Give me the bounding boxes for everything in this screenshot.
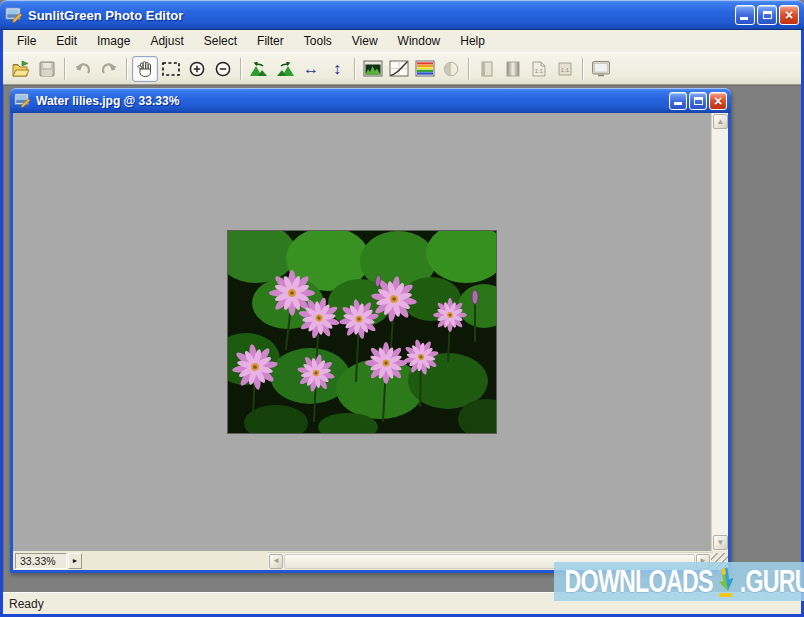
- rotate-right-button[interactable]: [272, 56, 298, 82]
- fullscreen-monitor-icon: [591, 60, 611, 78]
- zoom-in-button[interactable]: [184, 56, 210, 82]
- arrow-down-icon: ▼: [717, 539, 725, 547]
- toolbar-separator: [240, 58, 242, 80]
- mdi-workspace: Water lilies.jpg @ 33.33% ×: [3, 85, 801, 592]
- menu-bar: File Edit Image Adjust Select Filter Too…: [3, 30, 801, 53]
- fullscreen-button[interactable]: [588, 56, 614, 82]
- print-size-icon: 1:1: [556, 60, 574, 78]
- zoom-out-button[interactable]: [210, 56, 236, 82]
- menu-select[interactable]: Select: [194, 31, 247, 51]
- open-folder-icon: [11, 60, 31, 78]
- flip-horizontal-button[interactable]: ↔: [298, 56, 324, 82]
- maximize-button[interactable]: [757, 5, 777, 25]
- toolbar-separator: [126, 58, 128, 80]
- marquee-select-icon: [161, 61, 181, 77]
- status-text: Ready: [9, 597, 44, 611]
- toolbar-separator: [64, 58, 66, 80]
- menu-adjust[interactable]: Adjust: [140, 31, 193, 51]
- play-icon: ►: [72, 557, 79, 564]
- watermark-text-right: .GURU: [740, 566, 804, 597]
- maximize-icon: [763, 11, 772, 19]
- document-icon: [14, 93, 31, 108]
- hand-pan-icon: [135, 59, 155, 79]
- toolbar-separator: [354, 58, 356, 80]
- actual-size-icon: 1:1: [530, 60, 548, 78]
- fit-window-icon: [504, 60, 522, 78]
- app-window: SunlitGreen Photo Editor × File Edit Ima…: [0, 0, 804, 617]
- redo-button[interactable]: [96, 56, 122, 82]
- menu-edit[interactable]: Edit: [46, 31, 87, 51]
- histogram-icon: [363, 60, 383, 77]
- document-close-button[interactable]: ×: [709, 92, 727, 110]
- fit-width-button[interactable]: [474, 56, 500, 82]
- toolbar-separator: [582, 58, 584, 80]
- menu-tools[interactable]: Tools: [294, 31, 342, 51]
- save-floppy-icon: [38, 60, 56, 78]
- fit-width-icon: [478, 60, 496, 78]
- document-title-bar[interactable]: Water lilies.jpg @ 33.33% ×: [10, 88, 731, 113]
- document-minimize-button[interactable]: [669, 92, 687, 110]
- zoom-in-icon: [187, 59, 207, 79]
- close-button[interactable]: ×: [779, 5, 799, 25]
- select-tool-button[interactable]: [158, 56, 184, 82]
- menu-file[interactable]: File: [7, 31, 46, 51]
- menu-image[interactable]: Image: [87, 31, 140, 51]
- contrast-icon: [442, 60, 460, 78]
- download-arrow-icon: [715, 566, 738, 598]
- flip-vertical-button[interactable]: ↕: [324, 56, 350, 82]
- menu-window[interactable]: Window: [388, 31, 451, 51]
- minimize-icon: [674, 102, 682, 105]
- fit-window-button[interactable]: [500, 56, 526, 82]
- window-title: SunlitGreen Photo Editor: [28, 8, 733, 23]
- title-bar[interactable]: SunlitGreen Photo Editor ×: [0, 0, 804, 30]
- app-icon: [5, 7, 23, 23]
- arrow-left-icon: ◄: [272, 557, 280, 565]
- rotate-left-button[interactable]: [246, 56, 272, 82]
- watermark-row: DOWNLOADS .GURU: [554, 566, 804, 598]
- flip-horizontal-icon: ↔: [303, 61, 319, 77]
- toolbar-separator: [468, 58, 470, 80]
- color-balance-icon: [415, 60, 435, 77]
- rotate-left-icon: [249, 61, 269, 77]
- toolbar: ↔ ↕: [3, 53, 801, 85]
- close-icon: ×: [785, 8, 793, 22]
- color-balance-button[interactable]: [412, 56, 438, 82]
- svg-text:1:1: 1:1: [535, 68, 544, 74]
- undo-button[interactable]: [70, 56, 96, 82]
- window-chrome: File Edit Image Adjust Select Filter Too…: [3, 30, 801, 614]
- scroll-down-button[interactable]: ▼: [713, 535, 728, 550]
- close-icon: ×: [714, 94, 722, 108]
- scroll-left-button[interactable]: ◄: [269, 554, 283, 569]
- document-body: ▲ ▼: [13, 113, 728, 551]
- save-button[interactable]: [34, 56, 60, 82]
- minimize-icon: [740, 17, 748, 20]
- zoom-out-icon: [213, 59, 233, 79]
- minimize-button[interactable]: [735, 5, 755, 25]
- undo-icon: [73, 60, 93, 78]
- arrow-up-icon: ▲: [717, 118, 725, 126]
- brightness-contrast-button[interactable]: [438, 56, 464, 82]
- maximize-icon: [694, 97, 703, 105]
- document-maximize-button[interactable]: [689, 92, 707, 110]
- zoom-dropdown-button[interactable]: ►: [68, 553, 82, 569]
- histogram-button[interactable]: [360, 56, 386, 82]
- zoom-level-indicator: 33.33%: [15, 553, 67, 569]
- curves-button[interactable]: [386, 56, 412, 82]
- actual-size-button[interactable]: 1:1: [526, 56, 552, 82]
- menu-view[interactable]: View: [342, 31, 388, 51]
- hand-tool-button[interactable]: [132, 56, 158, 82]
- open-button[interactable]: [8, 56, 34, 82]
- status-spacer: [82, 552, 268, 569]
- watermark-banner: DOWNLOADS .GURU: [554, 562, 804, 601]
- print-size-button[interactable]: 1:1: [552, 56, 578, 82]
- svg-text:1:1: 1:1: [561, 67, 570, 73]
- curves-icon: [389, 60, 409, 77]
- scroll-up-button[interactable]: ▲: [713, 114, 728, 129]
- document-title: Water lilies.jpg @ 33.33%: [36, 94, 667, 108]
- image-canvas[interactable]: [13, 113, 711, 551]
- redo-icon: [99, 60, 119, 78]
- menu-filter[interactable]: Filter: [247, 31, 294, 51]
- rotate-right-icon: [275, 61, 295, 77]
- vertical-scrollbar[interactable]: ▲ ▼: [711, 113, 728, 551]
- menu-help[interactable]: Help: [450, 31, 495, 51]
